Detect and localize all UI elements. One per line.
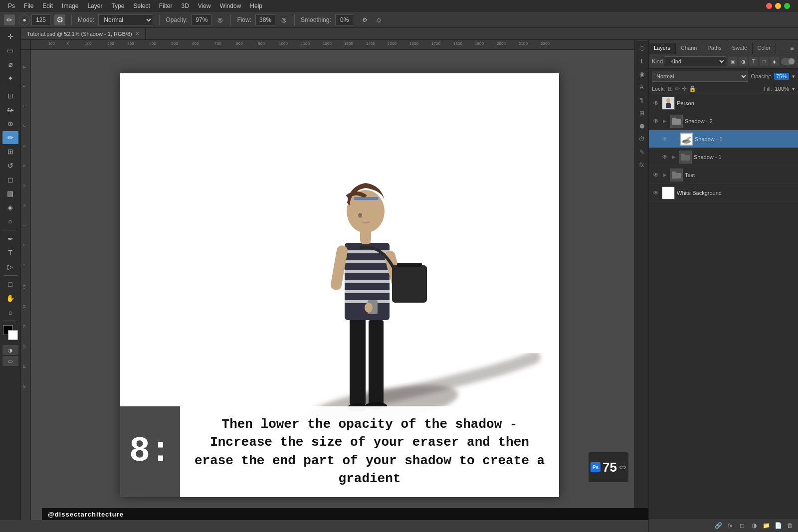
new-layer-btn[interactable]: 📄 — [773, 521, 783, 531]
document-tab[interactable]: Tutorial.psd @ 52.1% (Shadow - 1, RGB/8)… — [21, 28, 146, 39]
color-swatch[interactable] — [3, 325, 18, 340]
menu-type[interactable]: Type — [107, 1, 128, 10]
brush-tool[interactable]: ✏ — [2, 131, 18, 144]
tab-color[interactable]: Color — [753, 43, 776, 54]
notes-btn[interactable]: ✎ — [636, 147, 647, 158]
delete-layer-btn[interactable]: 🗑 — [785, 521, 795, 531]
fill-dropdown[interactable]: ▾ — [792, 86, 795, 92]
flow-input[interactable] — [255, 14, 275, 25]
layer-white-bg[interactable]: 👁 White Background — [649, 184, 798, 202]
eraser-tool[interactable]: ◻ — [2, 173, 18, 186]
layer-arrow-shadow2[interactable]: ▶ — [662, 118, 668, 124]
layer-eye-test[interactable]: 👁 — [652, 172, 660, 178]
path-tool[interactable]: ▷ — [2, 260, 18, 273]
menu-ps[interactable]: Ps — [4, 1, 19, 10]
menu-file[interactable]: File — [20, 1, 37, 10]
quick-mask-btn[interactable]: ◑ — [2, 345, 18, 355]
crop-tool[interactable]: ⊡ — [2, 89, 18, 102]
styles-btn[interactable]: fx — [636, 160, 647, 171]
link-layers-btn[interactable]: 🔗 — [713, 521, 723, 531]
move-tool[interactable]: ✛ — [2, 30, 18, 43]
type-tool[interactable]: T — [2, 246, 18, 259]
window-minimize[interactable] — [775, 3, 781, 9]
lock-pixels-icon[interactable]: ⊞ — [668, 85, 673, 92]
healing-tool[interactable]: ⊕ — [2, 117, 18, 130]
dodge-tool[interactable]: ○ — [2, 215, 18, 228]
filter-adjustment-icon[interactable]: ◑ — [739, 57, 748, 66]
filter-type-icon[interactable]: T — [749, 57, 758, 66]
airbrush-icon[interactable]: ◇ — [374, 15, 384, 25]
menu-layer[interactable]: Layer — [83, 1, 106, 10]
flow-icon[interactable]: ◎ — [279, 15, 288, 24]
rect-tool[interactable]: □ — [2, 278, 18, 291]
menu-select[interactable]: Select — [129, 1, 154, 10]
brush-presets-btn[interactable]: ◉ — [636, 69, 647, 80]
opacity-value[interactable]: 75% — [774, 73, 789, 80]
properties-btn[interactable]: ℹ — [636, 56, 647, 67]
tab-close-btn[interactable]: ✕ — [135, 31, 139, 36]
window-maximize[interactable] — [784, 3, 790, 9]
zoom-tool[interactable]: ⌕ — [2, 306, 18, 319]
layer-eye-person[interactable]: 👁 — [652, 100, 660, 107]
menu-filter[interactable]: Filter — [155, 1, 177, 10]
hand-tool[interactable]: ✋ — [2, 292, 18, 305]
lasso-tool[interactable]: ⌀ — [2, 58, 18, 71]
adjustments-btn[interactable]: ⬡ — [636, 43, 647, 54]
layer-arrow-test[interactable]: ▶ — [662, 172, 668, 177]
paragraph-btn[interactable]: ¶ — [636, 95, 647, 106]
menu-3d[interactable]: 3D — [177, 1, 193, 10]
canvas-content[interactable]: 8: Then lower the opacity of the shadow … — [120, 73, 559, 497]
filter-smart-icon[interactable]: ◈ — [770, 57, 779, 66]
opacity-dropdown[interactable]: ▾ — [792, 73, 795, 80]
lock-move-icon[interactable]: ✛ — [682, 85, 687, 92]
screen-mode-btn[interactable]: ▭ — [2, 356, 18, 366]
gradient-tool[interactable]: ▤ — [2, 187, 18, 200]
layer-test[interactable]: 👁 ▶ Test — [649, 166, 798, 184]
layers-panel-menu[interactable]: ≡ — [786, 43, 798, 54]
window-close[interactable] — [766, 3, 772, 9]
filter-toggle-switch[interactable] — [781, 58, 795, 65]
layer-shadow1-image[interactable]: 👁 Shadow - 1 — [649, 130, 798, 148]
magic-wand-tool[interactable]: ✦ — [2, 72, 18, 85]
menu-image[interactable]: Image — [58, 1, 82, 10]
kind-select[interactable]: Kind — [665, 56, 726, 66]
new-group-btn[interactable]: 📁 — [761, 521, 771, 531]
mode-select[interactable]: Normal — [98, 14, 153, 25]
layer-eye-white-bg[interactable]: 👁 — [652, 189, 660, 196]
mini-bridge-btn[interactable]: ⬢ — [636, 121, 647, 132]
tab-layers[interactable]: Layers — [649, 43, 676, 54]
opacity-input[interactable] — [192, 14, 211, 25]
tab-paths[interactable]: Paths — [702, 43, 727, 54]
timeline-btn[interactable]: ⏱ — [636, 134, 647, 145]
menu-view[interactable]: View — [194, 1, 215, 10]
adjustment-layer-btn[interactable]: ◑ — [749, 521, 759, 531]
menu-window[interactable]: Window — [216, 1, 245, 10]
layer-eye-shadow1-img[interactable]: 👁 — [661, 136, 669, 143]
layer-eye-shadow2[interactable]: 👁 — [652, 118, 660, 125]
lock-all-icon[interactable]: 🔒 — [689, 85, 696, 92]
blend-mode-select[interactable]: Normal — [652, 71, 748, 82]
glyphs-btn[interactable]: ⊞ — [636, 108, 647, 119]
layer-eye-shadow1-folder[interactable]: 👁 — [661, 154, 669, 161]
layer-arrow-shadow1[interactable]: ▶ — [671, 154, 677, 160]
brush-settings-icon[interactable]: ⚙ — [54, 14, 65, 25]
selection-tool[interactable]: ▭ — [2, 44, 18, 57]
history-brush-tool[interactable]: ↺ — [2, 159, 18, 172]
layer-person[interactable]: 👁 Person — [649, 94, 798, 112]
character-btn[interactable]: A — [636, 82, 647, 93]
brush-size-input[interactable] — [31, 14, 50, 25]
layer-shadow2[interactable]: 👁 ▶ Shadow - 2 — [649, 112, 798, 130]
smoothing-input[interactable] — [335, 14, 354, 25]
filter-shape-icon[interactable]: □ — [760, 57, 769, 66]
smoothing-gear-icon[interactable]: ⚙ — [360, 15, 370, 25]
add-mask-btn[interactable]: ◻ — [737, 521, 747, 531]
add-style-btn[interactable]: fx — [725, 521, 735, 531]
menu-edit[interactable]: Edit — [38, 1, 57, 10]
eyedropper-tool[interactable]: ⌲ — [2, 103, 18, 116]
filter-pixel-icon[interactable]: ▣ — [728, 57, 737, 66]
stamp-tool[interactable]: ⊞ — [2, 145, 18, 158]
opacity-icon[interactable]: ◎ — [215, 15, 224, 24]
background-color[interactable] — [8, 330, 18, 340]
lock-position-icon[interactable]: ✏ — [675, 85, 680, 92]
tab-channels[interactable]: Chann — [676, 43, 702, 54]
